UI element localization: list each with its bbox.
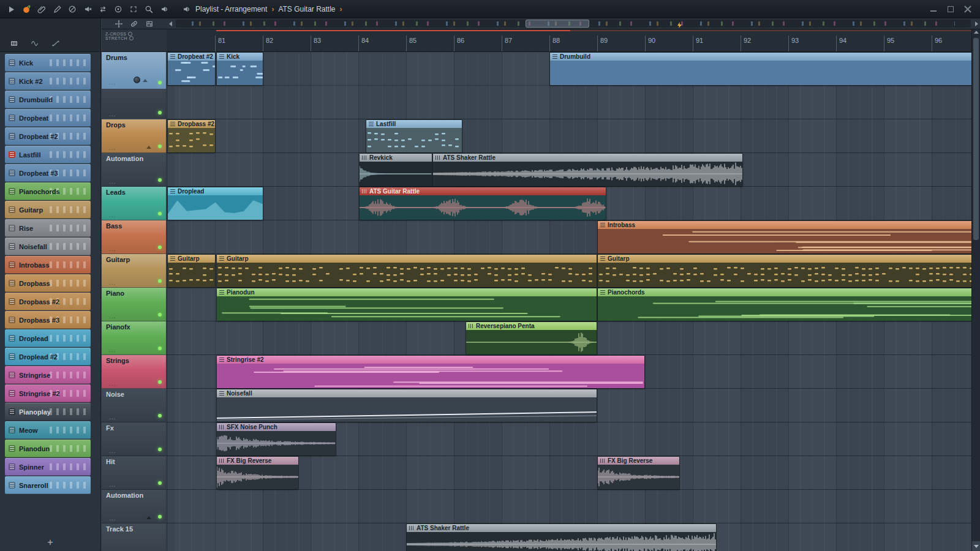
track-header-strings-8[interactable]: Strings...: [102, 355, 166, 389]
clip-guitarp-11[interactable]: Guitarp: [216, 254, 597, 288]
vscrollbar-thumb[interactable]: [973, 38, 979, 240]
track-header-automation-12[interactable]: Automation...: [102, 490, 166, 523]
pattern-item-dropbeat[interactable]: Dropbeat: [5, 109, 91, 127]
track-lane-drops-1[interactable]: [167, 119, 971, 153]
zoom-icon[interactable]: [144, 4, 154, 14]
track-header-drops-1[interactable]: Drops...: [102, 119, 166, 153]
pattern-item-kick[interactable]: Kick: [5, 54, 91, 72]
clip-ats-guitar-rattle-8[interactable]: ATS Guitar Rattle: [359, 187, 606, 220]
mute-icon[interactable]: [83, 4, 92, 14]
link-icon[interactable]: [130, 19, 139, 28]
clip-reversepiano-penta-15[interactable]: Reversepiano Penta: [466, 321, 597, 355]
timeline-ruler[interactable]: 81828384858687888990919293949596: [167, 29, 971, 52]
clip-dropbass-2-3[interactable]: Dropbass #2: [167, 119, 216, 153]
scroll-left-button[interactable]: [167, 20, 174, 28]
clip-pianodun-13[interactable]: Pianodun: [216, 288, 597, 321]
playlist-hscrollbar[interactable]: [176, 20, 971, 28]
track-led[interactable]: [158, 414, 162, 418]
pattern-item-guitarp[interactable]: Guitarp: [5, 201, 91, 219]
pattern-item-stringrise[interactable]: Stringrise: [5, 366, 91, 384]
track-led[interactable]: [158, 313, 162, 317]
clip-sfx-noise-punch-18[interactable]: SFX Noise Punch: [216, 422, 336, 456]
fl-logo-icon[interactable]: [21, 4, 31, 14]
audio-filter-icon[interactable]: [31, 39, 40, 48]
clip-guitarp-12[interactable]: Guitarp: [597, 254, 971, 288]
play-icon[interactable]: [6, 4, 16, 14]
swap-icon[interactable]: [98, 4, 108, 14]
maximize-button[interactable]: [947, 6, 954, 13]
clip-ats-shaker-rattle-6[interactable]: ATS Shaker Rattle: [432, 153, 743, 187]
track-led[interactable]: [158, 347, 162, 350]
pattern-item-pianochords[interactable]: Pianochords: [5, 182, 91, 200]
clip-fx-big-reverse-20[interactable]: FX Big Reverse: [597, 456, 680, 490]
scroll-right-button[interactable]: [973, 20, 980, 28]
pattern-item-drumbuild[interactable]: Drumbuild: [5, 91, 91, 108]
pattern-item-dropbass-2[interactable]: Dropbass #2: [5, 293, 91, 310]
track-led[interactable]: [158, 380, 162, 384]
track-lane-automation-12[interactable]: [167, 490, 971, 523]
track-header-guitarp-5[interactable]: Guitarp...: [102, 254, 166, 288]
track-led[interactable]: [158, 515, 162, 519]
clip-guitarp-10[interactable]: Guitarp: [167, 254, 216, 288]
track-header-bass-4[interactable]: Bass...: [102, 220, 166, 254]
track-led[interactable]: [158, 246, 162, 249]
track-led[interactable]: [158, 481, 162, 485]
clip-dropbeat-2-0[interactable]: Dropbeat #2: [167, 52, 216, 86]
scroll-up-button[interactable]: [972, 31, 980, 34]
snap-off-icon[interactable]: [67, 4, 77, 14]
pattern-item-dropbass-3[interactable]: Dropbass #3: [5, 311, 91, 329]
pattern-item-kick-2[interactable]: Kick #2: [5, 72, 91, 90]
track-led[interactable]: [158, 448, 162, 451]
clip-stringrise-2-16[interactable]: Stringrise #2: [216, 355, 645, 389]
pattern-item-pianoplay[interactable]: Pianoplay: [5, 403, 91, 421]
minimize-button[interactable]: [930, 6, 937, 13]
stretch-toggle[interactable]: STRETCH: [105, 36, 134, 40]
pattern-item-noisefall[interactable]: Noisefall: [5, 238, 91, 255]
pattern-item-pianodun[interactable]: Pianodun: [5, 440, 91, 457]
playlist-vscrollbar[interactable]: [971, 29, 980, 551]
clip-lastfill-4[interactable]: Lastfill: [366, 119, 462, 153]
collapse-arrow[interactable]: [143, 79, 148, 82]
pattern-item-dropbass[interactable]: Dropbass: [5, 274, 91, 292]
track-led[interactable]: [158, 144, 162, 148]
track-header-piano-6[interactable]: Piano...: [102, 288, 166, 321]
track-led[interactable]: [158, 111, 162, 114]
track-header-track-15-13[interactable]: Track 15...: [102, 523, 166, 551]
pattern-item-meow[interactable]: Meow: [5, 421, 91, 439]
track-led[interactable]: [158, 178, 162, 182]
close-button[interactable]: [964, 6, 971, 13]
clip-drumbuild-2[interactable]: Drumbuild: [549, 52, 971, 86]
track-header-noise-9[interactable]: Noise...: [102, 389, 166, 422]
pattern-item-lastfill[interactable]: Lastfill: [5, 146, 91, 163]
track-led[interactable]: [158, 81, 162, 84]
fullscreen-icon[interactable]: [129, 4, 138, 14]
track-header-automation-2[interactable]: Automation...: [102, 153, 166, 187]
pattern-item-dropbeat-2[interactable]: Dropbeat #2: [5, 127, 91, 145]
volume-icon[interactable]: [159, 4, 169, 14]
collapse-arrow[interactable]: [146, 146, 151, 149]
pattern-item-introbass[interactable]: Introbass: [5, 256, 91, 274]
pattern-item-snareroll[interactable]: Snareroll: [5, 476, 91, 494]
pattern-item-stringrise-2[interactable]: Stringrise #2: [5, 384, 91, 402]
pattern-item-spinner[interactable]: Spinner: [5, 458, 91, 476]
auto-filter-icon[interactable]: [51, 39, 61, 48]
clip-pianochords-14[interactable]: Pianochords: [597, 288, 971, 321]
draw-icon[interactable]: [52, 4, 62, 14]
collapse-arrow[interactable]: [146, 516, 151, 519]
track-led[interactable]: [158, 279, 162, 283]
track-header-drums-0[interactable]: Drums......: [102, 52, 166, 119]
track-header-pianofx-7[interactable]: Pianofx...: [102, 321, 166, 355]
move-icon[interactable]: [115, 19, 124, 28]
clip-revkick-5[interactable]: Revkick: [359, 153, 432, 187]
grid-view-icon[interactable]: [145, 19, 154, 28]
pattern-item-droplead[interactable]: Droplead: [5, 329, 91, 347]
attach-icon[interactable]: [37, 4, 47, 14]
hscrollbar-thumb[interactable]: [526, 20, 589, 28]
track-header-fx-10[interactable]: Fx...: [102, 422, 166, 456]
clip-introbass-9[interactable]: Introbass: [597, 220, 971, 254]
scroll-down-button[interactable]: [972, 541, 980, 551]
track-led[interactable]: [158, 212, 162, 216]
pattern-item-droplead-2[interactable]: Droplead #2: [5, 348, 91, 365]
zcross-toggle[interactable]: Z-CROSS: [105, 32, 132, 36]
clip-noisefall-17[interactable]: Noisefall: [216, 389, 597, 422]
